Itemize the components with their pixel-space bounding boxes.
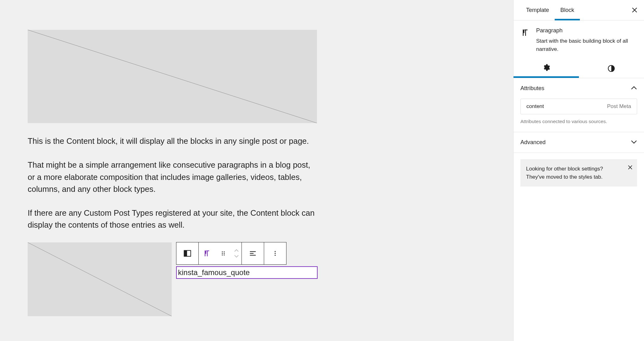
- image-placeholder[interactable]: [28, 242, 172, 316]
- tab-block[interactable]: Block: [555, 0, 580, 20]
- image-placeholder[interactable]: [28, 30, 317, 123]
- sidebar-tabs: Template Block: [514, 0, 644, 20]
- attribute-source: Post Meta: [607, 103, 631, 110]
- attributes-panel: Attributes content Post Meta Attributes …: [514, 78, 644, 132]
- advanced-panel: Advanced: [514, 132, 644, 153]
- panel-title: Attributes: [520, 85, 544, 92]
- block-title: Paragraph: [536, 27, 637, 34]
- tab-template[interactable]: Template: [520, 0, 555, 20]
- styles-sub-tab[interactable]: [579, 59, 644, 78]
- svg-point-7: [224, 253, 225, 254]
- svg-point-15: [275, 255, 275, 256]
- svg-point-6: [222, 253, 223, 254]
- svg-point-4: [222, 251, 223, 252]
- attribute-binding-row[interactable]: content Post Meta: [520, 99, 637, 114]
- settings-moved-notice: Looking for other block settings? They'v…: [520, 159, 637, 187]
- svg-line-1: [28, 242, 172, 316]
- paragraph-block[interactable]: That might be a simple arrangement like …: [28, 159, 317, 195]
- inspector-sub-tabs: [514, 59, 644, 78]
- settings-sub-tab[interactable]: [514, 59, 579, 78]
- block-bound-text: kinsta_famous_quote: [178, 268, 250, 277]
- paragraph-block[interactable]: This is the Content block, it will displ…: [28, 135, 317, 147]
- chevron-up-icon: [631, 85, 637, 92]
- parent-block-button[interactable]: [176, 242, 198, 264]
- attributes-panel-header[interactable]: Attributes: [514, 78, 644, 99]
- notice-text: Looking for other block settings? They'v…: [526, 166, 603, 180]
- chevron-down-icon: [631, 139, 637, 146]
- panel-title: Advanced: [520, 139, 546, 146]
- block-description: Start with the basic building block of a…: [536, 37, 637, 53]
- attributes-help-text: Attributes connected to various sources.: [514, 119, 644, 132]
- close-icon: [627, 164, 633, 170]
- svg-point-5: [224, 251, 225, 252]
- close-sidebar-button[interactable]: [631, 6, 638, 14]
- dismiss-notice-button[interactable]: [627, 164, 633, 173]
- svg-point-9: [224, 254, 225, 255]
- block-type-button[interactable]: [199, 242, 215, 264]
- more-options-button[interactable]: [264, 242, 286, 264]
- svg-rect-3: [184, 251, 187, 257]
- svg-point-13: [275, 251, 275, 252]
- advanced-panel-header[interactable]: Advanced: [514, 132, 644, 153]
- editor-canvas: This is the Content block, it will displ…: [0, 0, 513, 341]
- block-toolbar: [176, 242, 286, 265]
- settings-sidebar: Template Block Paragraph Start with the …: [513, 0, 644, 341]
- paragraph-icon: [520, 27, 530, 53]
- attribute-name: content: [526, 103, 544, 110]
- svg-point-8: [222, 254, 223, 255]
- svg-point-14: [275, 253, 275, 254]
- align-button[interactable]: [242, 242, 264, 264]
- move-up-down[interactable]: [231, 242, 242, 264]
- gear-icon: [542, 63, 550, 72]
- selected-paragraph-block[interactable]: kinsta_famous_quote: [176, 266, 318, 279]
- contrast-icon: [607, 64, 615, 73]
- drag-handle[interactable]: [215, 242, 231, 264]
- paragraph-block[interactable]: If there are any Custom Post Types regis…: [28, 207, 317, 231]
- block-info: Paragraph Start with the basic building …: [514, 20, 644, 59]
- svg-line-0: [28, 30, 317, 123]
